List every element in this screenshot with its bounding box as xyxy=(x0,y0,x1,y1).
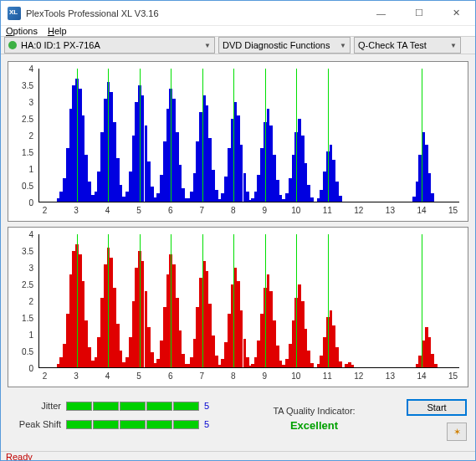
maximize-button[interactable]: ☐ xyxy=(400,1,438,25)
export-icon: ✶ xyxy=(453,427,461,438)
quality-indicator-label: TA Quality Indicator: xyxy=(273,406,355,416)
jitter-meter xyxy=(66,402,199,411)
device-select[interactable]: HA:0 ID:1 PX-716A ▼ xyxy=(4,37,215,54)
status-text: Ready xyxy=(6,452,33,461)
jitter-label: Jitter xyxy=(9,401,61,411)
chart-top: 00.511.522.533.54 23456789101112131415 xyxy=(8,61,468,222)
toolbar: HA:0 ID:1 PX-716A ▼ DVD Diagnostic Funct… xyxy=(1,36,475,54)
status-bar: Ready xyxy=(1,451,475,461)
chevron-down-icon: ▼ xyxy=(450,42,457,49)
menubar: Options Help xyxy=(1,26,475,36)
start-button[interactable]: Start xyxy=(407,399,467,416)
export-button[interactable]: ✶ xyxy=(447,423,467,441)
chevron-down-icon: ▼ xyxy=(204,42,211,49)
app-icon xyxy=(8,7,21,20)
quality-panel: Jitter 5 Peak Shift 5 TA Quality Indicat… xyxy=(8,392,468,444)
function-label: DVD Diagnostic Functions xyxy=(223,40,330,50)
chart-bottom: 00.511.522.533.54 23456789101112131415 xyxy=(8,227,468,387)
window-title: PlexTools Professional XL V3.16 xyxy=(26,8,362,18)
chevron-down-icon: ▼ xyxy=(340,42,346,49)
peakshift-meter xyxy=(66,420,199,429)
test-select[interactable]: Q-Check TA Test ▼ xyxy=(354,37,461,54)
peakshift-value: 5 xyxy=(204,419,209,429)
minimize-button[interactable]: — xyxy=(362,1,400,25)
titlebar: PlexTools Professional XL V3.16 — ☐ ✕ xyxy=(1,1,475,26)
menu-options[interactable]: Options xyxy=(6,26,38,36)
jitter-value: 5 xyxy=(204,401,209,411)
quality-indicator-value: Excellent xyxy=(290,419,338,432)
menu-help[interactable]: Help xyxy=(48,26,67,36)
close-button[interactable]: ✕ xyxy=(438,1,475,25)
peakshift-label: Peak Shift xyxy=(9,419,61,429)
status-dot-icon xyxy=(8,41,17,49)
function-select[interactable]: DVD Diagnostic Functions ▼ xyxy=(218,37,351,54)
content-area: 00.511.522.533.54 23456789101112131415 0… xyxy=(1,54,475,451)
device-label: HA:0 ID:1 PX-716A xyxy=(21,40,100,50)
test-label: Q-Check TA Test xyxy=(358,40,427,50)
